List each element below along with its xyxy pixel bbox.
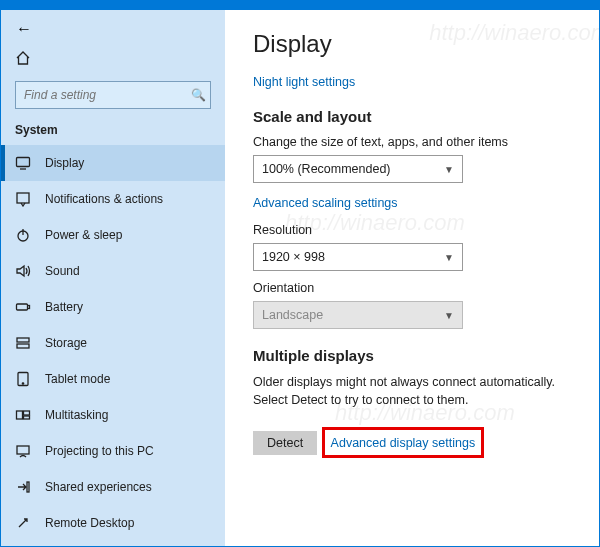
sidebar-item-label: Storage (45, 336, 87, 350)
sidebar: ← 🔍 System Display Notifications & actio… (1, 10, 225, 546)
tablet-icon (15, 371, 31, 387)
back-icon[interactable]: ← (15, 20, 33, 38)
sidebar-item-label: Multitasking (45, 408, 108, 422)
multiple-displays-desc: Older displays might not always connect … (253, 374, 563, 409)
storage-icon (15, 335, 31, 351)
advanced-scaling-link[interactable]: Advanced scaling settings (253, 196, 398, 210)
svg-rect-5 (17, 304, 28, 310)
sidebar-item-label: Sound (45, 264, 80, 278)
remote-icon (15, 515, 31, 531)
detect-button[interactable]: Detect (253, 431, 317, 455)
sidebar-item-multitasking[interactable]: Multitasking (1, 397, 225, 433)
scale-select[interactable]: 100% (Recommended) ▼ (253, 155, 463, 183)
svg-point-10 (22, 383, 23, 384)
sidebar-item-tablet[interactable]: Tablet mode (1, 361, 225, 397)
sidebar-item-label: Display (45, 156, 84, 170)
chevron-down-icon: ▼ (444, 252, 454, 263)
search-input[interactable] (16, 88, 186, 102)
sidebar-item-label: Remote Desktop (45, 516, 134, 530)
sidebar-item-label: Notifications & actions (45, 192, 163, 206)
night-light-link[interactable]: Night light settings (253, 75, 355, 89)
search-icon: 🔍 (186, 88, 210, 102)
svg-rect-7 (17, 338, 29, 342)
svg-rect-14 (17, 446, 29, 454)
sidebar-item-power[interactable]: Power & sleep (1, 217, 225, 253)
chevron-down-icon: ▼ (444, 310, 454, 321)
multiple-displays-heading: Multiple displays (253, 347, 571, 364)
svg-rect-0 (17, 158, 30, 167)
svg-rect-13 (24, 416, 30, 419)
sidebar-item-display[interactable]: Display (1, 145, 225, 181)
power-icon (15, 227, 31, 243)
sidebar-item-label: Shared experiences (45, 480, 152, 494)
sidebar-item-sound[interactable]: Sound (1, 253, 225, 289)
sound-icon (15, 263, 31, 279)
svg-rect-15 (27, 482, 29, 492)
svg-rect-12 (24, 411, 30, 415)
sidebar-item-about[interactable]: About (1, 541, 225, 546)
orientation-select[interactable]: Landscape ▼ (253, 301, 463, 329)
sidebar-category: System (1, 119, 225, 145)
sidebar-item-projecting[interactable]: Projecting to this PC (1, 433, 225, 469)
advanced-display-link[interactable]: Advanced display settings (331, 436, 476, 450)
battery-icon (15, 299, 31, 315)
projecting-icon (15, 443, 31, 459)
highlight-box: Advanced display settings (322, 427, 485, 458)
sidebar-item-label: Tablet mode (45, 372, 110, 386)
notifications-icon (15, 191, 31, 207)
page-title: Display (253, 30, 571, 58)
resolution-label: Resolution (253, 223, 571, 237)
scale-value: 100% (Recommended) (262, 162, 391, 176)
shared-icon (15, 479, 31, 495)
svg-rect-2 (17, 193, 29, 203)
svg-rect-6 (28, 306, 30, 309)
sidebar-item-shared[interactable]: Shared experiences (1, 469, 225, 505)
window-titlebar (0, 0, 600, 10)
sidebar-item-label: Power & sleep (45, 228, 122, 242)
chevron-down-icon: ▼ (444, 164, 454, 175)
content-pane: http://winaero.com http://winaero.com ht… (225, 10, 599, 546)
sidebar-item-label: Battery (45, 300, 83, 314)
sidebar-item-remote[interactable]: Remote Desktop (1, 505, 225, 541)
sidebar-item-battery[interactable]: Battery (1, 289, 225, 325)
resolution-select[interactable]: 1920 × 998 ▼ (253, 243, 463, 271)
scale-heading: Scale and layout (253, 108, 571, 125)
sidebar-item-notifications[interactable]: Notifications & actions (1, 181, 225, 217)
resolution-value: 1920 × 998 (262, 250, 325, 264)
sidebar-item-label: Projecting to this PC (45, 444, 154, 458)
orientation-label: Orientation (253, 281, 571, 295)
sidebar-list: Display Notifications & actions Power & … (1, 145, 225, 546)
settings-window: ← 🔍 System Display Notifications & actio… (0, 10, 600, 547)
svg-rect-8 (17, 344, 29, 348)
multitasking-icon (15, 407, 31, 423)
display-icon (15, 155, 31, 171)
search-box[interactable]: 🔍 (15, 81, 211, 109)
scale-label: Change the size of text, apps, and other… (253, 135, 571, 149)
home-icon[interactable] (15, 55, 31, 69)
svg-rect-11 (17, 411, 23, 419)
sidebar-item-storage[interactable]: Storage (1, 325, 225, 361)
orientation-value: Landscape (262, 308, 323, 322)
